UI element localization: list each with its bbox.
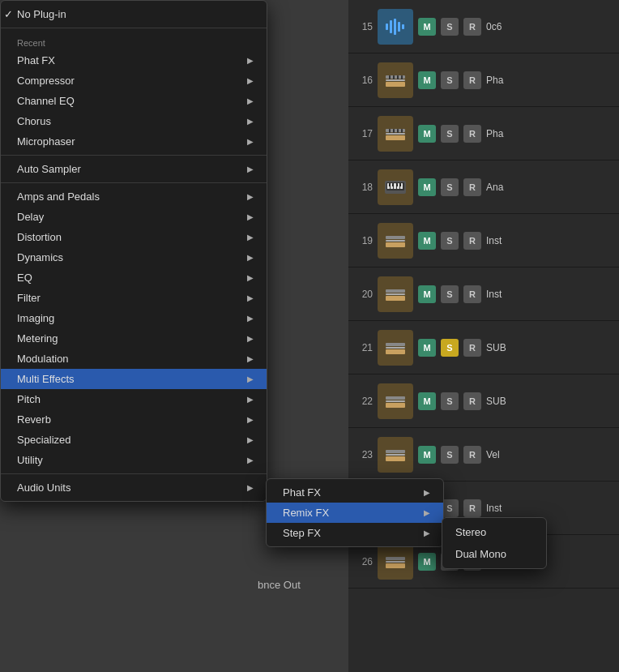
record-button[interactable]: R xyxy=(463,392,481,410)
svg-rect-4 xyxy=(402,24,404,29)
svg-rect-6 xyxy=(386,79,405,81)
record-button[interactable]: R xyxy=(463,339,481,357)
menu-item-phat-fx-recent[interactable]: Phat FX ▶ xyxy=(1,50,267,71)
track-number: 17 xyxy=(355,128,373,139)
mute-button[interactable]: M xyxy=(418,71,436,89)
svg-rect-44 xyxy=(386,456,405,461)
menu-item-label: Compressor xyxy=(17,75,247,87)
menu-item-reverb[interactable]: Reverb ▶ xyxy=(1,409,267,430)
menu-item-eq[interactable]: EQ ▶ xyxy=(1,268,267,288)
svg-rect-30 xyxy=(386,236,405,239)
table-row: 15 M S R 0c6 xyxy=(348,0,619,54)
menu-item-step-fx[interactable]: Step FX ▶ xyxy=(267,523,443,543)
record-button[interactable]: R xyxy=(463,232,481,250)
record-button[interactable]: R xyxy=(463,18,481,36)
solo-button[interactable]: S xyxy=(441,178,459,196)
menu-item-auto-sampler[interactable]: Auto Sampler ▶ xyxy=(1,159,267,179)
menu-item-filter[interactable]: Filter ▶ xyxy=(1,288,267,308)
record-button[interactable]: R xyxy=(463,446,481,464)
menu-item-imaging[interactable]: Imaging ▶ xyxy=(1,308,267,328)
menu-item-label: Auto Sampler xyxy=(17,163,247,175)
svg-rect-33 xyxy=(386,289,405,293)
submenu-arrow-icon: ▶ xyxy=(424,508,430,517)
menu-item-label: Reverb xyxy=(17,413,247,426)
multi-effects-submenu: Phat FX ▶ Remix FX ▶ Step FX ▶ xyxy=(266,478,444,547)
menu-item-label: EQ xyxy=(17,272,247,284)
submenu-arrow-icon: ▶ xyxy=(247,76,254,85)
svg-rect-35 xyxy=(386,296,405,301)
bounce-out-label: bnce Out xyxy=(258,579,301,591)
track-number: 16 xyxy=(355,75,373,86)
menu-item-label: Imaging xyxy=(17,312,247,324)
track-number: 22 xyxy=(355,396,373,407)
menu-item-no-plugin[interactable]: No Plug-in xyxy=(1,4,267,24)
solo-button[interactable]: S xyxy=(441,18,459,36)
submenu-arrow-icon: ▶ xyxy=(247,483,254,492)
solo-button[interactable]: S xyxy=(441,339,459,357)
track-icon-keyboard xyxy=(378,223,413,259)
record-button[interactable]: R xyxy=(463,285,481,303)
menu-item-label: Microphaser xyxy=(17,135,247,148)
menu-item-dual-mono[interactable]: Dual Mono xyxy=(442,543,546,565)
record-button[interactable]: R xyxy=(463,499,481,517)
submenu-arrow-icon: ▶ xyxy=(247,314,254,323)
menu-divider xyxy=(1,182,267,183)
menu-item-specialized[interactable]: Specialized ▶ xyxy=(1,430,267,450)
svg-rect-39 xyxy=(386,396,405,400)
menu-item-amps-and-pedals[interactable]: Amps and Pedals ▶ xyxy=(1,186,267,207)
menu-item-microphaser[interactable]: Microphaser ▶ xyxy=(1,131,267,152)
track-number: 15 xyxy=(355,21,373,32)
mute-button[interactable]: M xyxy=(418,392,436,410)
menu-item-audio-units[interactable]: Audio Units ▶ xyxy=(1,477,267,498)
svg-rect-18 xyxy=(401,129,403,133)
menu-item-label: Phat FX xyxy=(283,486,424,499)
solo-button[interactable]: S xyxy=(441,392,459,410)
menu-item-dynamics[interactable]: Dynamics ▶ xyxy=(1,247,267,268)
menu-item-phat-fx[interactable]: Phat FX ▶ xyxy=(267,482,443,503)
record-button[interactable]: R xyxy=(463,71,481,89)
solo-button[interactable]: S xyxy=(441,285,459,303)
menu-item-utility[interactable]: Utility ▶ xyxy=(1,450,267,470)
mute-button[interactable]: M xyxy=(418,178,436,196)
menu-item-label: Step FX xyxy=(283,527,424,539)
menu-item-label: Utility xyxy=(17,454,247,466)
svg-rect-38 xyxy=(386,349,405,354)
svg-rect-48 xyxy=(386,557,405,560)
svg-rect-16 xyxy=(393,129,395,133)
mute-button[interactable]: M xyxy=(418,285,436,303)
solo-button[interactable]: S xyxy=(441,71,459,89)
menu-item-remix-fx[interactable]: Remix FX ▶ xyxy=(267,503,443,523)
menu-item-channel-eq[interactable]: Channel EQ ▶ xyxy=(1,91,267,111)
menu-item-distortion[interactable]: Distortion ▶ xyxy=(1,227,267,247)
track-icon-keyboard xyxy=(378,330,413,366)
menu-item-pitch[interactable]: Pitch ▶ xyxy=(1,389,267,409)
menu-item-delay[interactable]: Delay ▶ xyxy=(1,207,267,227)
menu-item-metering[interactable]: Metering ▶ xyxy=(1,328,267,349)
record-button[interactable]: R xyxy=(463,178,481,196)
menu-item-stereo[interactable]: Stereo xyxy=(442,521,546,543)
svg-rect-11 xyxy=(401,75,403,79)
table-row: 21 M S R SUB xyxy=(348,321,619,375)
track-number: 21 xyxy=(355,342,373,353)
menu-item-chorus[interactable]: Chorus ▶ xyxy=(1,111,267,131)
solo-button[interactable]: S xyxy=(441,125,459,143)
svg-rect-43 xyxy=(386,454,405,456)
menu-item-compressor[interactable]: Compressor ▶ xyxy=(1,71,267,91)
svg-rect-31 xyxy=(386,240,405,242)
solo-button[interactable]: S xyxy=(441,446,459,464)
mute-button[interactable]: M xyxy=(418,446,436,464)
mute-button[interactable]: M xyxy=(418,232,436,250)
mute-button[interactable]: M xyxy=(418,339,436,357)
record-button[interactable]: R xyxy=(463,125,481,143)
menu-item-label: Amps and Pedals xyxy=(17,190,247,203)
mute-button[interactable]: M xyxy=(418,18,436,36)
submenu-arrow-icon: ▶ xyxy=(247,233,254,242)
track-icon-keyboard xyxy=(378,437,413,473)
menu-item-multi-effects[interactable]: Multi Effects ▶ xyxy=(1,369,267,389)
mute-button[interactable]: M xyxy=(418,125,436,143)
menu-item-modulation[interactable]: Modulation ▶ xyxy=(1,349,267,369)
solo-button[interactable]: S xyxy=(441,232,459,250)
menu-item-label: Delay xyxy=(17,211,247,223)
menu-item-label: Dynamics xyxy=(17,251,247,263)
mute-button[interactable]: M xyxy=(418,553,436,571)
